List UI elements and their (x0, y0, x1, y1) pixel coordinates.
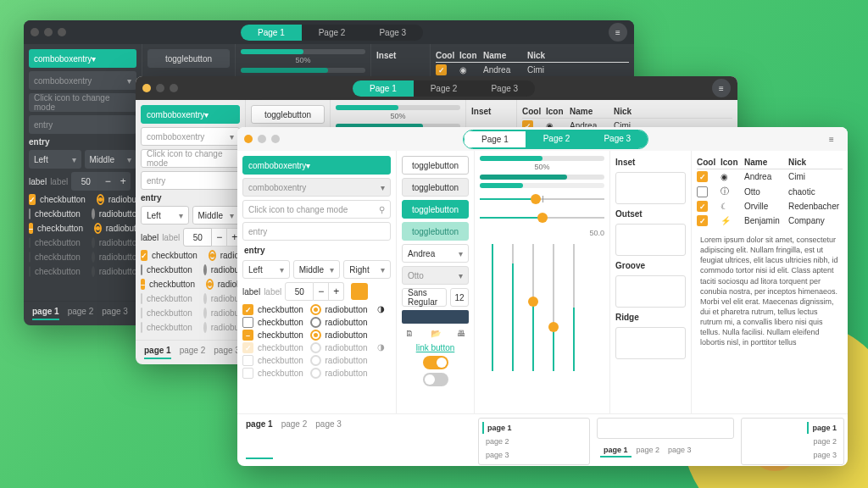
spin-value[interactable]: 50 (183, 228, 212, 247)
slider-h1[interactable] (480, 191, 604, 207)
btab-2[interactable]: page 2 (68, 307, 94, 320)
nbtab-b2[interactable]: page 2 (633, 444, 664, 458)
entry-placeholder[interactable]: entry (29, 115, 136, 134)
toggle-4[interactable]: togglebutton (402, 222, 469, 241)
checkbox-on[interactable]: ✓ (141, 250, 147, 261)
window-max-icon[interactable] (170, 84, 178, 92)
combobox[interactable]: comboboxentry▾ (29, 71, 136, 90)
col-icon[interactable]: Icon (721, 158, 744, 167)
tab-page2[interactable]: Page 2 (414, 80, 475, 97)
seg-middle[interactable]: Middle▾ (85, 150, 137, 169)
window-min-icon[interactable] (44, 28, 53, 36)
tab-page2[interactable]: Page 2 (302, 25, 363, 41)
btab-2[interactable]: page 2 (180, 346, 206, 359)
tab-page2[interactable]: Page 2 (526, 130, 587, 148)
radio-on[interactable] (310, 304, 321, 315)
combobox[interactable]: comboboxentry▾ (141, 127, 240, 146)
combobox[interactable]: comboboxentry▾ (242, 178, 391, 197)
entry-placeholder[interactable]: entry (242, 222, 391, 241)
spin-value[interactable]: 50 (285, 282, 314, 301)
mode-entry[interactable]: Click icon to change mode (141, 149, 240, 168)
font-size[interactable]: 12 (450, 288, 469, 307)
tab-page3[interactable]: Page 3 (587, 130, 648, 148)
combobox-entry[interactable]: comboboxentry▾ (141, 105, 240, 124)
nbtab-2[interactable]: page 2 (482, 435, 586, 447)
window-min-icon[interactable] (156, 84, 164, 92)
table-row[interactable]: ✓☾OrvilleRedenbacher (697, 199, 843, 214)
switch-off[interactable] (423, 373, 448, 386)
mode-icon[interactable]: ⚲ (379, 205, 385, 214)
nbtab-r2[interactable]: page 2 (810, 435, 840, 447)
tab-page3[interactable]: Page 3 (474, 80, 535, 97)
seg-middle[interactable]: Middle▾ (192, 206, 241, 225)
spin-up[interactable]: + (329, 282, 344, 301)
spin-value[interactable]: 50 (71, 172, 100, 191)
checkbox-mixed[interactable]: – (242, 330, 253, 341)
col-icon[interactable]: Icon (459, 51, 483, 60)
nbtab-b1[interactable]: page 1 (600, 444, 632, 458)
spin-down[interactable]: − (212, 228, 227, 247)
mode-entry[interactable]: Click icon to change mode⚲ (242, 200, 391, 219)
checkbox-off[interactable] (141, 264, 142, 275)
checkbox-off[interactable] (29, 208, 31, 219)
checkbox-mixed[interactable]: – (29, 223, 33, 234)
table-row[interactable]: ✓◉ AndreaCimi (436, 63, 629, 77)
mode-entry[interactable]: Click icon to change mode (29, 93, 136, 112)
tab-page1[interactable]: Page 1 (464, 130, 526, 148)
col-name[interactable]: Name (744, 158, 788, 167)
btab-3[interactable]: page 3 (102, 307, 128, 320)
vslider-1[interactable] (487, 244, 498, 371)
checkbox-on[interactable]: ✓ (242, 304, 253, 315)
col-cool[interactable]: Cool (436, 51, 459, 60)
radio-on2[interactable] (94, 223, 102, 234)
btab-1[interactable]: page 1 (246, 419, 273, 459)
toggle-button[interactable]: togglebutton (251, 105, 325, 124)
menu-icon[interactable]: ≡ (712, 79, 731, 97)
col-cool[interactable]: Cool (697, 158, 721, 167)
toggle-button[interactable]: togglebutton (147, 49, 230, 68)
window-close-icon[interactable] (31, 28, 39, 36)
font-name[interactable]: Sans Regular (402, 288, 447, 307)
menu-icon[interactable]: ≡ (609, 23, 627, 42)
print-icon[interactable]: 🖶 (457, 329, 465, 338)
toggle-1[interactable]: togglebutton (402, 156, 469, 175)
vslider-5[interactable] (568, 244, 580, 371)
btab-1[interactable]: page 1 (32, 307, 59, 320)
combobox-entry[interactable]: comboboxentry▾ (29, 49, 136, 68)
col-nick[interactable]: Nick (527, 51, 578, 60)
radio-off[interactable] (92, 208, 95, 219)
drop-otto[interactable]: Otto▾ (402, 266, 469, 285)
spin-down[interactable]: − (100, 172, 115, 191)
entry[interactable]: entry (141, 171, 240, 190)
open-icon[interactable]: 📂 (431, 329, 441, 338)
table-row[interactable]: ✓⚡BenjaminCompany (697, 214, 843, 228)
link-button[interactable]: link button (402, 343, 469, 352)
toggle-3-active[interactable]: togglebutton (402, 200, 469, 219)
window-max-icon[interactable] (271, 135, 280, 143)
col-name[interactable]: Name (483, 51, 527, 60)
nbtab-b3[interactable]: page 3 (665, 444, 695, 458)
menu-icon[interactable]: ≡ (822, 130, 841, 148)
gear-icon[interactable]: ◑ (377, 304, 391, 315)
btab-1[interactable]: page 1 (144, 346, 171, 359)
btab-3[interactable]: page 3 (315, 419, 342, 459)
toggle-2[interactable]: togglebutton (402, 178, 469, 197)
nbtab-r3[interactable]: page 3 (810, 449, 840, 461)
radio-mixed[interactable] (310, 330, 321, 341)
seg-left[interactable]: Left▾ (141, 206, 189, 225)
spin-down[interactable]: − (314, 282, 329, 301)
tab-page3[interactable]: Page 3 (362, 25, 423, 41)
nbtab-r1[interactable]: page 1 (807, 422, 840, 434)
checkbox-on[interactable]: ✓ (29, 194, 36, 205)
color-swatch[interactable] (351, 283, 368, 300)
seg-middle[interactable]: Middle▾ (293, 260, 341, 279)
document-icon[interactable]: 🗎 (405, 329, 414, 338)
table-row[interactable]: ✓◉AndreaCimi (697, 169, 843, 184)
col-nick[interactable]: Nick (788, 158, 839, 167)
radio-on2[interactable] (206, 279, 214, 290)
btab-2[interactable]: page 2 (281, 419, 308, 459)
radio-off[interactable] (203, 264, 207, 275)
spin-up[interactable]: + (115, 172, 131, 191)
tab-page1[interactable]: Page 1 (353, 80, 414, 97)
vslider-2[interactable] (507, 244, 519, 371)
